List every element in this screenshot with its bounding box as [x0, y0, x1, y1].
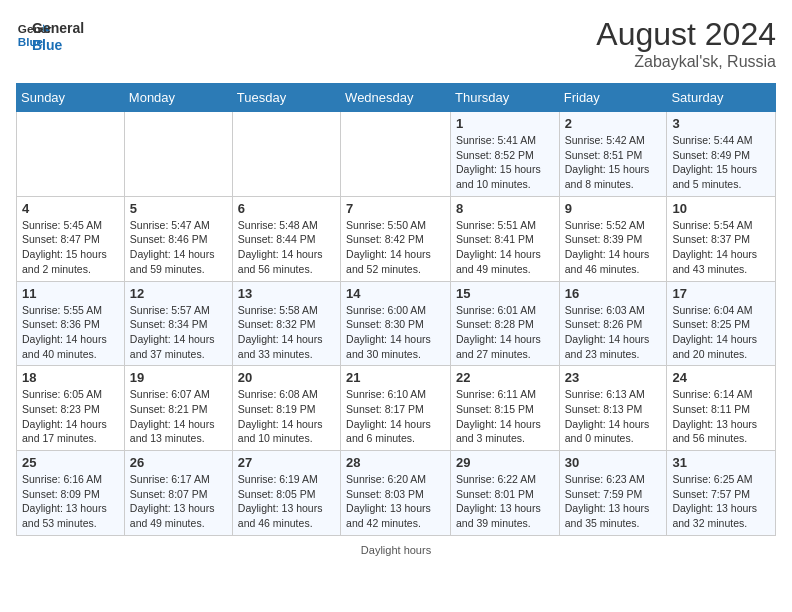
day-info: Sunrise: 6:20 AM Sunset: 8:03 PM Dayligh…: [346, 472, 445, 531]
calendar-cell: 1Sunrise: 5:41 AM Sunset: 8:52 PM Daylig…: [451, 112, 560, 197]
day-number: 25: [22, 455, 119, 470]
day-info: Sunrise: 6:25 AM Sunset: 7:57 PM Dayligh…: [672, 472, 770, 531]
day-info: Sunrise: 5:58 AM Sunset: 8:32 PM Dayligh…: [238, 303, 335, 362]
day-info: Sunrise: 6:11 AM Sunset: 8:15 PM Dayligh…: [456, 387, 554, 446]
calendar-cell: 10Sunrise: 5:54 AM Sunset: 8:37 PM Dayli…: [667, 196, 776, 281]
day-of-week-header: Friday: [559, 84, 667, 112]
calendar-cell: 18Sunrise: 6:05 AM Sunset: 8:23 PM Dayli…: [17, 366, 125, 451]
day-info: Sunrise: 6:23 AM Sunset: 7:59 PM Dayligh…: [565, 472, 662, 531]
calendar-cell: 25Sunrise: 6:16 AM Sunset: 8:09 PM Dayli…: [17, 451, 125, 536]
calendar-cell: 9Sunrise: 5:52 AM Sunset: 8:39 PM Daylig…: [559, 196, 667, 281]
day-number: 15: [456, 286, 554, 301]
calendar-cell: 20Sunrise: 6:08 AM Sunset: 8:19 PM Dayli…: [232, 366, 340, 451]
day-info: Sunrise: 5:50 AM Sunset: 8:42 PM Dayligh…: [346, 218, 445, 277]
calendar-week-row: 1Sunrise: 5:41 AM Sunset: 8:52 PM Daylig…: [17, 112, 776, 197]
calendar-table: SundayMondayTuesdayWednesdayThursdayFrid…: [16, 83, 776, 536]
day-info: Sunrise: 5:42 AM Sunset: 8:51 PM Dayligh…: [565, 133, 662, 192]
day-info: Sunrise: 6:10 AM Sunset: 8:17 PM Dayligh…: [346, 387, 445, 446]
day-info: Sunrise: 6:16 AM Sunset: 8:09 PM Dayligh…: [22, 472, 119, 531]
calendar-week-row: 11Sunrise: 5:55 AM Sunset: 8:36 PM Dayli…: [17, 281, 776, 366]
day-info: Sunrise: 6:08 AM Sunset: 8:19 PM Dayligh…: [238, 387, 335, 446]
day-info: Sunrise: 6:19 AM Sunset: 8:05 PM Dayligh…: [238, 472, 335, 531]
day-number: 2: [565, 116, 662, 131]
footer-note: Daylight hours: [16, 544, 776, 556]
calendar-cell: 5Sunrise: 5:47 AM Sunset: 8:46 PM Daylig…: [124, 196, 232, 281]
day-info: Sunrise: 5:57 AM Sunset: 8:34 PM Dayligh…: [130, 303, 227, 362]
logo: General Blue General Blue: [16, 16, 84, 54]
day-of-week-header: Thursday: [451, 84, 560, 112]
day-number: 6: [238, 201, 335, 216]
day-number: 29: [456, 455, 554, 470]
calendar-week-row: 25Sunrise: 6:16 AM Sunset: 8:09 PM Dayli…: [17, 451, 776, 536]
day-number: 10: [672, 201, 770, 216]
calendar-cell: 15Sunrise: 6:01 AM Sunset: 8:28 PM Dayli…: [451, 281, 560, 366]
calendar-cell: 19Sunrise: 6:07 AM Sunset: 8:21 PM Dayli…: [124, 366, 232, 451]
day-info: Sunrise: 5:47 AM Sunset: 8:46 PM Dayligh…: [130, 218, 227, 277]
day-number: 9: [565, 201, 662, 216]
day-number: 20: [238, 370, 335, 385]
calendar-cell: 31Sunrise: 6:25 AM Sunset: 7:57 PM Dayli…: [667, 451, 776, 536]
calendar-week-row: 4Sunrise: 5:45 AM Sunset: 8:47 PM Daylig…: [17, 196, 776, 281]
calendar-cell: 17Sunrise: 6:04 AM Sunset: 8:25 PM Dayli…: [667, 281, 776, 366]
calendar-cell: 27Sunrise: 6:19 AM Sunset: 8:05 PM Dayli…: [232, 451, 340, 536]
day-number: 13: [238, 286, 335, 301]
calendar-cell: 22Sunrise: 6:11 AM Sunset: 8:15 PM Dayli…: [451, 366, 560, 451]
day-number: 12: [130, 286, 227, 301]
day-of-week-header: Sunday: [17, 84, 125, 112]
day-number: 14: [346, 286, 445, 301]
calendar-cell: 14Sunrise: 6:00 AM Sunset: 8:30 PM Dayli…: [341, 281, 451, 366]
day-of-week-header: Tuesday: [232, 84, 340, 112]
calendar-cell: [124, 112, 232, 197]
day-number: 28: [346, 455, 445, 470]
calendar-cell: [341, 112, 451, 197]
day-of-week-header: Monday: [124, 84, 232, 112]
day-info: Sunrise: 6:07 AM Sunset: 8:21 PM Dayligh…: [130, 387, 227, 446]
calendar-cell: 24Sunrise: 6:14 AM Sunset: 8:11 PM Dayli…: [667, 366, 776, 451]
day-info: Sunrise: 5:55 AM Sunset: 8:36 PM Dayligh…: [22, 303, 119, 362]
logo-line2: Blue: [32, 37, 84, 54]
day-info: Sunrise: 5:45 AM Sunset: 8:47 PM Dayligh…: [22, 218, 119, 277]
calendar-cell: 13Sunrise: 5:58 AM Sunset: 8:32 PM Dayli…: [232, 281, 340, 366]
day-info: Sunrise: 6:04 AM Sunset: 8:25 PM Dayligh…: [672, 303, 770, 362]
day-of-week-header: Wednesday: [341, 84, 451, 112]
day-number: 19: [130, 370, 227, 385]
day-info: Sunrise: 6:03 AM Sunset: 8:26 PM Dayligh…: [565, 303, 662, 362]
day-number: 7: [346, 201, 445, 216]
calendar-header-row: SundayMondayTuesdayWednesdayThursdayFrid…: [17, 84, 776, 112]
calendar-cell: 11Sunrise: 5:55 AM Sunset: 8:36 PM Dayli…: [17, 281, 125, 366]
day-info: Sunrise: 5:48 AM Sunset: 8:44 PM Dayligh…: [238, 218, 335, 277]
day-info: Sunrise: 6:01 AM Sunset: 8:28 PM Dayligh…: [456, 303, 554, 362]
calendar-cell: 28Sunrise: 6:20 AM Sunset: 8:03 PM Dayli…: [341, 451, 451, 536]
calendar-week-row: 18Sunrise: 6:05 AM Sunset: 8:23 PM Dayli…: [17, 366, 776, 451]
day-number: 5: [130, 201, 227, 216]
calendar-cell: 7Sunrise: 5:50 AM Sunset: 8:42 PM Daylig…: [341, 196, 451, 281]
day-info: Sunrise: 6:00 AM Sunset: 8:30 PM Dayligh…: [346, 303, 445, 362]
calendar-cell: 3Sunrise: 5:44 AM Sunset: 8:49 PM Daylig…: [667, 112, 776, 197]
day-number: 11: [22, 286, 119, 301]
title-block: August 2024 Zabaykal'sk, Russia: [596, 16, 776, 71]
calendar-cell: [17, 112, 125, 197]
day-info: Sunrise: 6:22 AM Sunset: 8:01 PM Dayligh…: [456, 472, 554, 531]
calendar-cell: 16Sunrise: 6:03 AM Sunset: 8:26 PM Dayli…: [559, 281, 667, 366]
logo-line1: General: [32, 20, 84, 37]
day-number: 22: [456, 370, 554, 385]
day-number: 16: [565, 286, 662, 301]
day-number: 26: [130, 455, 227, 470]
day-info: Sunrise: 6:17 AM Sunset: 8:07 PM Dayligh…: [130, 472, 227, 531]
day-number: 30: [565, 455, 662, 470]
day-number: 23: [565, 370, 662, 385]
day-number: 17: [672, 286, 770, 301]
calendar-cell: 23Sunrise: 6:13 AM Sunset: 8:13 PM Dayli…: [559, 366, 667, 451]
calendar-cell: [232, 112, 340, 197]
day-info: Sunrise: 5:54 AM Sunset: 8:37 PM Dayligh…: [672, 218, 770, 277]
day-info: Sunrise: 5:52 AM Sunset: 8:39 PM Dayligh…: [565, 218, 662, 277]
calendar-cell: 2Sunrise: 5:42 AM Sunset: 8:51 PM Daylig…: [559, 112, 667, 197]
day-number: 3: [672, 116, 770, 131]
day-info: Sunrise: 5:41 AM Sunset: 8:52 PM Dayligh…: [456, 133, 554, 192]
calendar-cell: 29Sunrise: 6:22 AM Sunset: 8:01 PM Dayli…: [451, 451, 560, 536]
day-number: 27: [238, 455, 335, 470]
day-number: 1: [456, 116, 554, 131]
day-number: 8: [456, 201, 554, 216]
day-number: 21: [346, 370, 445, 385]
day-info: Sunrise: 6:13 AM Sunset: 8:13 PM Dayligh…: [565, 387, 662, 446]
